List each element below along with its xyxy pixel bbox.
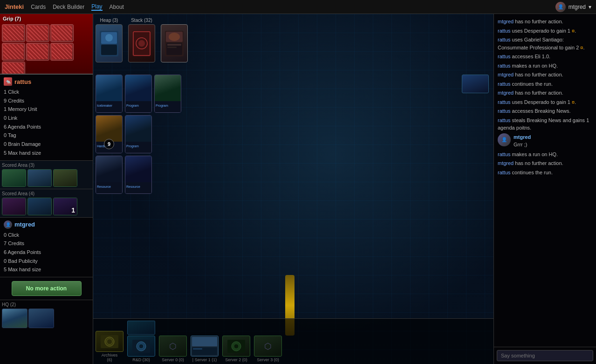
runner-scored-cards: [2, 169, 91, 187]
scored-card[interactable]: [2, 169, 26, 187]
runner-scored-label: Scored Area (3): [2, 163, 91, 168]
grip-card[interactable]: [50, 43, 74, 61]
corp-ice-area: [462, 75, 489, 93]
program-card[interactable]: Resource: [96, 156, 123, 194]
svg-point-10: [169, 33, 180, 41]
corp-scored-card[interactable]: 1: [53, 198, 77, 215]
grip-area[interactable]: Grip (7): [0, 14, 93, 75]
corp-icon: 👤: [4, 220, 12, 229]
corp-agenda: 6 Agenda Points: [4, 248, 89, 257]
user-menu[interactable]: 👤 mtgred ▾: [555, 2, 591, 12]
program-card[interactable]: Program: [125, 115, 152, 153]
corp-scored-label: Scored Area (4): [2, 191, 91, 196]
hq-card[interactable]: [2, 309, 27, 328]
server1: | Server 1 (1): [191, 336, 219, 362]
runner-name: rattus: [14, 78, 31, 85]
top-navigation: Jinteki Cards Deck Builder Play About 👤 …: [0, 0, 596, 14]
svg-rect-23: [193, 348, 202, 350]
grip-card[interactable]: [50, 24, 74, 42]
chat-message: mtgred has no further action.: [498, 18, 592, 26]
nav-cards[interactable]: Cards: [31, 4, 46, 10]
server2-card[interactable]: [222, 336, 250, 357]
scored-card[interactable]: [27, 169, 52, 187]
nav-play[interactable]: Play: [91, 3, 102, 11]
scored-card[interactable]: [53, 169, 77, 187]
corp-name-row: 👤 mtgred: [4, 220, 89, 229]
ice-card[interactable]: [462, 75, 489, 93]
server0-label: Server 0 (0): [162, 357, 184, 362]
program-card[interactable]: Program: [125, 75, 152, 113]
grip-cards: [0, 14, 93, 75]
server0-card[interactable]: ⬡: [159, 336, 187, 357]
hq-card[interactable]: [28, 309, 54, 328]
grip-card[interactable]: [2, 62, 25, 75]
corp-click: 0 Click: [4, 231, 89, 240]
server3-label: Server 3 (0): [257, 357, 279, 362]
program-card[interactable]: Resource: [125, 156, 152, 194]
chat-message: rattus uses Gabriel Santiago: Consummate…: [498, 36, 592, 51]
no-more-action-button[interactable]: No more action: [12, 281, 82, 296]
runner-info: 🐀 rattus 1 Click 9 Credits 1 Memory Unit…: [0, 75, 93, 161]
card-counter: 9: [104, 139, 114, 149]
svg-point-19: [139, 344, 144, 349]
rnd-server: R&D (30): [127, 321, 155, 362]
chat-message: mtgred has no further action.: [498, 159, 592, 167]
runner-agenda: 6 Agenda Points: [4, 123, 89, 131]
rnd-card[interactable]: [127, 336, 155, 357]
left-panel: Grip (7) 🐀 rattus 1 Click 9 Credits 1 Me…: [0, 14, 93, 364]
identity-label: [174, 18, 175, 23]
nav-about[interactable]: About: [110, 4, 124, 10]
right-panel: mtgred has no further action. rattus use…: [493, 14, 596, 364]
heap-card[interactable]: [96, 24, 123, 62]
archives-label: Archives(6): [102, 353, 118, 362]
identity-card[interactable]: [161, 24, 188, 62]
corp-scored-card[interactable]: [2, 198, 26, 215]
rnd-ice[interactable]: [127, 321, 155, 335]
stack-label: Stack (32): [131, 18, 152, 23]
grip-card[interactable]: [2, 43, 25, 61]
server3-card[interactable]: ⬡: [254, 336, 282, 357]
runner-icon: 🐀: [4, 77, 12, 86]
app-logo[interactable]: Jinteki: [5, 3, 24, 10]
svg-rect-12: [167, 44, 181, 46]
server2-label: Server 2 (0): [225, 357, 247, 362]
program-card[interactable]: Icebreaker: [96, 75, 123, 113]
program-card[interactable]: Program: [154, 75, 181, 113]
program-card-with-counter[interactable]: Hardware 9: [96, 115, 123, 153]
runner-brain: 0 Brain Damage: [4, 140, 89, 149]
corp-bad-pub: 0 Bad Publicity: [4, 257, 89, 266]
svg-rect-2: [101, 45, 117, 55]
chat-log: mtgred has no further action. rattus use…: [494, 14, 596, 347]
svg-point-7: [138, 40, 145, 47]
chat-input[interactable]: [497, 350, 593, 361]
heap-pile: Heap (3): [96, 18, 123, 62]
runner-name-row: 🐀 rattus: [4, 77, 89, 86]
grip-label: Grip (7): [3, 16, 21, 21]
game-area: Heap (3) Stack (32): [93, 14, 493, 364]
server1-label: | Server 1 (1): [192, 357, 217, 362]
chat-message: mtgred has no further action.: [498, 89, 592, 97]
dropdown-icon[interactable]: ▾: [589, 4, 591, 10]
server3: ⬡ Server 3 (0): [254, 336, 282, 362]
user-avatar: 👤: [555, 2, 566, 12]
chat-message: rattus accesses Breaking News.: [498, 107, 592, 115]
grip-card[interactable]: [26, 24, 49, 42]
stack-card[interactable]: [128, 24, 155, 62]
runner-identity: [161, 18, 188, 62]
stack-pile: Stack (32): [128, 18, 155, 62]
corp-scored-card[interactable]: [27, 198, 52, 215]
server1-face-card[interactable]: [191, 336, 219, 357]
runner-link: 0 Link: [4, 114, 89, 123]
chat-message: rattus continues the run.: [498, 80, 592, 88]
action-area: No more action: [0, 277, 93, 300]
grip-card[interactable]: [2, 24, 25, 42]
corp-scored-area: Scored Area (4) 1: [0, 189, 93, 218]
chat-message: rattus continues the run.: [498, 169, 592, 177]
heap-card-face: [96, 25, 122, 62]
ice-row-1: [462, 75, 489, 93]
nav-deckbuilder[interactable]: Deck Builder: [53, 4, 84, 10]
grip-card[interactable]: [26, 43, 49, 61]
chat-message: rattus makes a run on HQ.: [498, 62, 592, 70]
archives-card[interactable]: [96, 331, 123, 352]
chat-username: mtgred: [514, 133, 531, 141]
